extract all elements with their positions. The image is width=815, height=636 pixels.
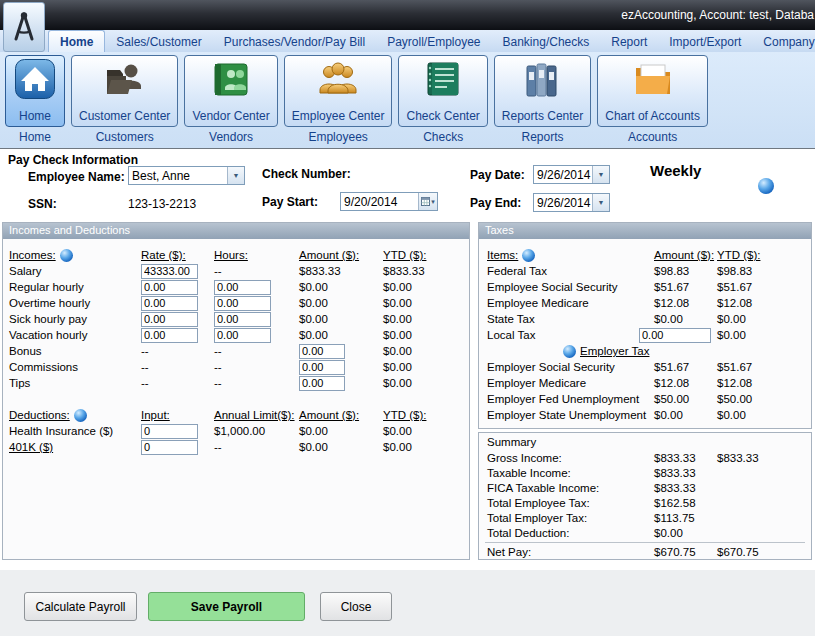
chevron-down-icon[interactable]: ▼ (592, 166, 609, 183)
customer-folder-icon (104, 58, 146, 103)
calculate-payroll-button[interactable]: Calculate Payroll (24, 592, 137, 621)
help-globe-icon[interactable] (758, 178, 774, 194)
customer-center-button[interactable]: Customer Center (71, 55, 178, 127)
toolbar-item-reports-center: Reports Center Reports (494, 55, 591, 144)
vacation-hourly-hours-input[interactable] (214, 328, 271, 343)
toolbar-sublabel: Customers (96, 130, 154, 144)
income-row-tips: Tips -- -- $0.00 (3, 375, 469, 391)
summary-label: Taxable Income: (487, 467, 654, 479)
toolbar: Home Home Customer Center Customers (0, 52, 815, 149)
tab-sales-customer[interactable]: Sales/Customer (105, 31, 212, 52)
check-number-label: Check Number: (262, 167, 351, 181)
reports-center-button[interactable]: Reports Center (494, 55, 591, 127)
toolbar-item-vendor-center: Vendor Center Vendors (184, 55, 277, 144)
health-insurance-input[interactable] (141, 424, 198, 439)
deduction-label: 401K ($) (9, 441, 141, 453)
tab-report[interactable]: Report (600, 31, 658, 52)
help-globe-icon[interactable] (522, 249, 535, 262)
sick-hourly-hours-input[interactable] (214, 312, 271, 327)
tax-amount: $51.67 (654, 281, 717, 293)
deduction-limit: $1,000.00 (214, 425, 299, 437)
income-label: Bonus (9, 345, 141, 357)
pay-start-label: Pay Start: (262, 195, 318, 209)
close-button[interactable]: Close (320, 592, 392, 621)
compass-icon (11, 10, 37, 45)
overtime-hourly-rate-input[interactable] (141, 296, 198, 311)
spacer (3, 391, 469, 407)
accounts-folder-icon (632, 58, 674, 103)
chart-of-accounts-button[interactable]: Chart of Accounts (597, 55, 708, 127)
regular-hourly-rate-input[interactable] (141, 280, 198, 295)
income-ytd: $833.33 (383, 265, 469, 277)
check-number-input[interactable] (352, 164, 452, 183)
income-row-sick-hourly-pay: Sick hourly pay $0.00 $0.00 (3, 311, 469, 327)
chevron-down-icon[interactable]: ▼ (592, 194, 609, 211)
footer-bar: Calculate Payroll Save Payroll Close (0, 570, 815, 636)
pay-start-datepicker[interactable]: 9/20/2014 ▾ (340, 192, 438, 211)
401k-input[interactable] (141, 440, 198, 455)
help-globe-icon[interactable] (60, 249, 73, 262)
tab-banking-checks[interactable]: Banking/Checks (492, 31, 601, 52)
toolbar-item-chart-of-accounts: Chart of Accounts Accounts (597, 55, 708, 144)
income-ytd: $0.00 (383, 377, 469, 389)
app-menu-button[interactable] (3, 2, 45, 52)
tips-amount-input[interactable] (299, 376, 345, 391)
ytd-col-header: YTD ($): (717, 249, 811, 261)
salary-rate-input[interactable] (141, 264, 198, 279)
ytd-col-header: YTD ($): (383, 249, 469, 261)
tax-row-state: State Tax $0.00 $0.00 (479, 311, 811, 327)
calendar-icon[interactable]: ▾ (418, 193, 437, 210)
hours-col-header: Hours: (214, 249, 299, 261)
income-label: Overtime hourly (9, 297, 141, 309)
summary-label: Total Employer Tax: (487, 512, 654, 524)
income-ytd: $0.00 (383, 281, 469, 293)
tax-ytd: $51.67 (717, 281, 811, 293)
tax-ytd: $98.83 (717, 265, 811, 277)
pay-date-select[interactable]: 9/26/2014 ▼ (533, 165, 610, 184)
income-amount: $0.00 (299, 313, 383, 325)
income-row-commissions: Commissions -- -- $0.00 (3, 359, 469, 375)
pay-end-value: 9/26/2014 (534, 194, 592, 211)
summary-amount: $0.00 (654, 527, 717, 539)
overtime-hourly-hours-input[interactable] (214, 296, 271, 311)
check-center-button[interactable]: Check Center (398, 55, 487, 127)
help-globe-icon[interactable] (563, 345, 576, 358)
tab-payroll-employee[interactable]: Payroll/Employee (376, 31, 491, 52)
incomes-panel-header: Incomes and Deductions (3, 223, 469, 239)
pay-date-label: Pay Date: (470, 168, 525, 182)
regular-hourly-hours-input[interactable] (214, 280, 271, 295)
tax-row-federal: Federal Tax $98.83 $98.83 (479, 263, 811, 279)
pay-end-select[interactable]: 9/26/2014 ▼ (533, 193, 610, 212)
deduction-limit: -- (214, 441, 299, 453)
tax-row-employer-social-security: Employer Social Security $51.67 $51.67 (479, 359, 811, 375)
ssn-value: 123-13-2213 (128, 197, 196, 211)
pay-frequency: Weekly (650, 162, 701, 179)
bonus-amount-input[interactable] (299, 344, 345, 359)
employee-name-select[interactable]: Best, Anne ▼ (128, 166, 245, 185)
help-globe-icon[interactable] (74, 409, 87, 422)
vendor-center-button[interactable]: Vendor Center (184, 55, 277, 127)
summary-label: FICA Taxable Income: (487, 482, 654, 494)
employee-center-button[interactable]: Employee Center (284, 55, 393, 127)
tab-purchases-vendor-pay-bill[interactable]: Purchases/Vendor/Pay Bill (213, 31, 376, 52)
taxes-header-row: Items: Amount ($): YTD ($): (479, 247, 811, 263)
toolbar-sublabel: Employees (308, 130, 367, 144)
vacation-hourly-rate-input[interactable] (141, 328, 198, 343)
commissions-amount-input[interactable] (299, 360, 345, 375)
chevron-down-icon[interactable]: ▼ (227, 167, 244, 184)
employee-name-value: Best, Anne (129, 167, 227, 184)
tab-company[interactable]: Company (752, 31, 815, 52)
application-window: ezAccounting, Account: test, Databa Home… (0, 0, 815, 636)
save-payroll-button[interactable]: Save Payroll (148, 592, 305, 621)
tab-import-export[interactable]: Import/Export (658, 31, 752, 52)
tab-home[interactable]: Home (48, 30, 105, 52)
income-rate: -- (141, 377, 214, 389)
sick-hourly-rate-input[interactable] (141, 312, 198, 327)
pay-date-value: 9/26/2014 (534, 166, 592, 183)
home-button[interactable]: Home (5, 55, 65, 127)
tax-amount: $50.00 (654, 393, 717, 405)
local-tax-input[interactable] (639, 328, 711, 343)
tax-row-employee-medicare: Employee Medicare $12.08 $12.08 (479, 295, 811, 311)
summary-amount: $833.33 (654, 452, 717, 464)
summary-label: Total Deduction: (487, 527, 654, 539)
